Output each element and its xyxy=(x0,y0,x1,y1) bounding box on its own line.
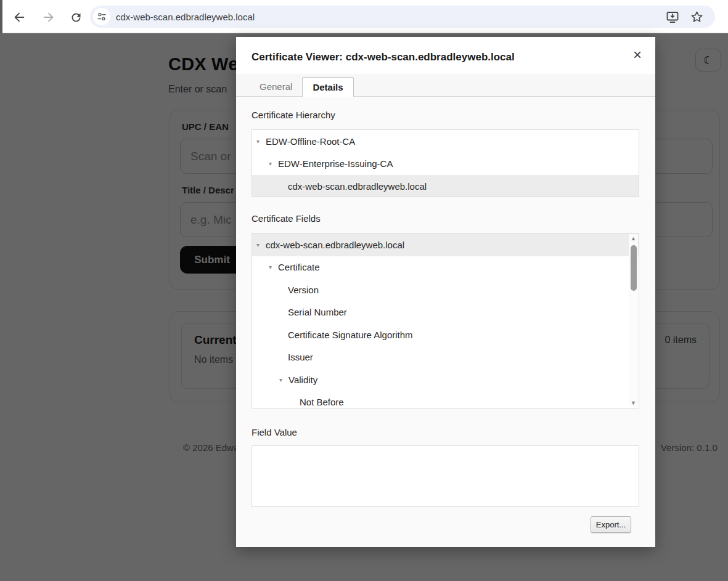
caret-down-icon: ▾ xyxy=(256,138,266,145)
certificate-hierarchy-label: Certificate Hierarchy xyxy=(252,110,335,120)
tune-icon xyxy=(96,11,107,22)
tree-node-label: Certificate Signature Algorithm xyxy=(288,330,413,340)
caret-down-icon: ▾ xyxy=(269,264,278,270)
dialog-body: Certificate Hierarchy ▾ EDW-Offline-Root… xyxy=(236,97,655,547)
field-node[interactable]: ▾ Validity xyxy=(252,368,639,391)
tree-node-label: cdx-web-scan.edbradleyweb.local xyxy=(266,240,404,250)
bookmark-star-icon[interactable] xyxy=(690,10,704,24)
certificate-hierarchy-tree: ▾ EDW-Offline-Root-CA ▾ EDW-Enterprise-I… xyxy=(252,129,639,197)
install-app-icon[interactable] xyxy=(665,9,680,24)
tree-node-label: Certificate xyxy=(278,262,320,272)
tree-node-label: Validity xyxy=(288,375,317,385)
dialog-title: Certificate Viewer: cdx-web-scan.edbradl… xyxy=(252,51,515,63)
hierarchy-node[interactable]: ▾ EDW-Offline-Root-CA xyxy=(252,130,639,153)
forward-arrow-icon xyxy=(42,10,55,24)
field-node[interactable]: ▾ Certificate xyxy=(252,256,639,279)
back-button[interactable] xyxy=(11,9,27,25)
hierarchy-node[interactable]: ▾ EDW-Enterprise-Issuing-CA xyxy=(252,153,639,176)
field-node[interactable]: Not Before xyxy=(252,391,639,409)
certificate-fields-tree: ▾ cdx-web-scan.edbradleyweb.local ▾ Cert… xyxy=(252,233,639,408)
caret-down-icon: ▾ xyxy=(256,242,266,248)
close-button[interactable]: × xyxy=(628,46,647,64)
tab-general[interactable]: General xyxy=(250,77,302,96)
reload-button[interactable] xyxy=(68,9,84,25)
reload-icon xyxy=(70,11,83,24)
caret-down-icon: ▾ xyxy=(279,376,288,383)
forward-button[interactable] xyxy=(41,9,57,25)
back-arrow-icon xyxy=(12,10,26,24)
scroll-down-icon[interactable]: ▼ xyxy=(631,399,636,407)
fields-scrollbar[interactable]: ▲ ▼ xyxy=(629,234,638,407)
caret-down-icon: ▾ xyxy=(269,160,278,167)
tree-node-label: EDW-Enterprise-Issuing-CA xyxy=(278,158,393,169)
url-text[interactable]: cdx-web-scan.edbradleyweb.local xyxy=(116,12,665,22)
field-value-textarea[interactable] xyxy=(252,445,639,507)
field-node[interactable]: Version xyxy=(252,278,639,301)
tree-node-label: EDW-Offline-Root-CA xyxy=(266,136,355,147)
certificate-viewer-dialog: Certificate Viewer: cdx-web-scan.edbradl… xyxy=(236,37,655,547)
scroll-up-icon[interactable]: ▲ xyxy=(631,234,636,243)
export-button[interactable]: Export... xyxy=(591,516,631,533)
tab-details[interactable]: Details xyxy=(302,77,353,97)
hierarchy-node-selected[interactable]: cdx-web-scan.edbradleyweb.local xyxy=(252,175,639,197)
field-node[interactable]: Serial Number xyxy=(252,301,639,324)
tree-node-label: Serial Number xyxy=(288,307,347,317)
omnibox-url-bar[interactable]: cdx-web-scan.edbradleyweb.local xyxy=(90,6,715,28)
tree-node-label: cdx-web-scan.edbradleyweb.local xyxy=(288,181,427,192)
site-settings-button[interactable] xyxy=(93,8,110,25)
tree-node-label: Issuer xyxy=(288,352,313,362)
tree-node-label: Not Before xyxy=(300,397,344,407)
certificate-fields-label: Certificate Fields xyxy=(252,213,321,224)
tree-node-label: Version xyxy=(288,285,319,295)
dialog-tabstrip: General Details xyxy=(236,74,655,97)
window-edge xyxy=(0,0,2,33)
field-node[interactable]: Certificate Signature Algorithm xyxy=(252,323,639,346)
browser-toolbar: cdx-web-scan.edbradleyweb.local xyxy=(0,0,728,33)
field-value-label: Field Value xyxy=(252,427,297,437)
close-icon: × xyxy=(633,47,642,62)
scrollbar-thumb[interactable] xyxy=(631,245,637,291)
field-node-selected[interactable]: ▾ cdx-web-scan.edbradleyweb.local xyxy=(252,234,639,256)
field-node[interactable]: Issuer xyxy=(252,346,639,369)
